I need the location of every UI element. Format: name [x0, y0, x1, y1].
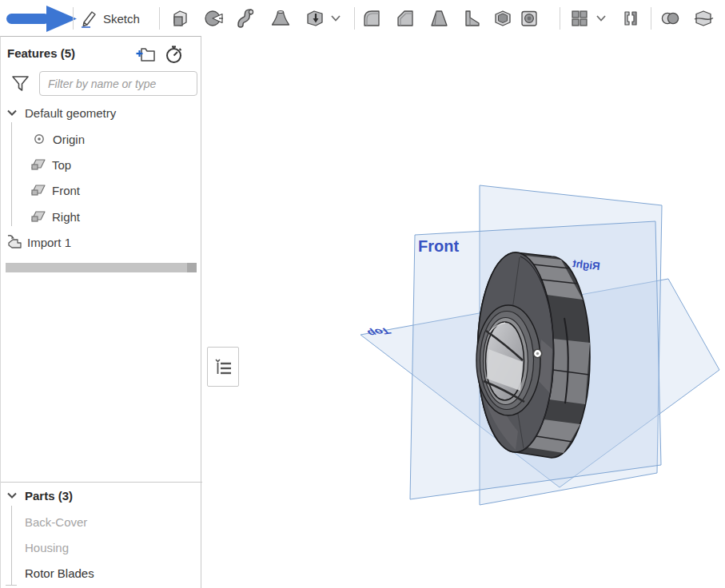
chevron-down-icon[interactable]: [6, 106, 18, 119]
list-icon: [213, 356, 233, 377]
hole-button[interactable]: [519, 8, 540, 29]
features-header: Features (5): [7, 45, 75, 62]
tree-node-origin[interactable]: Origin: [33, 129, 85, 149]
shell-button[interactable]: [492, 8, 513, 29]
sketch-button[interactable]: Sketch: [78, 6, 140, 30]
section-divider: [1, 482, 202, 483]
feature-tree-panel: Features (5) Default geometry Origin Top…: [0, 36, 201, 588]
toolbar-divider: [354, 7, 355, 30]
feature-toolbar: Sketch: [0, 0, 725, 36]
tree-node-label: Import 1: [27, 236, 71, 249]
toolbar-divider: [73, 7, 74, 30]
split-button[interactable]: [693, 8, 714, 29]
extrude-button[interactable]: [169, 8, 190, 29]
toolbar-divider: [159, 7, 160, 30]
plane-icon: [30, 157, 47, 173]
origin-marker[interactable]: [533, 349, 541, 357]
rollback-bar[interactable]: [6, 263, 197, 272]
mirror-button[interactable]: [620, 8, 641, 29]
toolbar-divider: [651, 7, 651, 30]
linear-pattern-button[interactable]: [569, 8, 590, 29]
chevron-down-icon[interactable]: [329, 13, 342, 24]
tree-connector-tick: [6, 585, 17, 586]
tree-node-top-plane[interactable]: Top: [30, 155, 71, 174]
part-item-back-cover[interactable]: Back-Cover: [25, 512, 87, 531]
sweep-button[interactable]: [237, 8, 257, 29]
tree-node-right-plane[interactable]: Right: [30, 207, 80, 226]
tree-node-label: Origin: [53, 133, 85, 146]
import-icon: [6, 233, 23, 251]
boolean-button[interactable]: [659, 8, 680, 29]
sketch-pencil-icon: [78, 9, 98, 29]
stopwatch-icon[interactable]: [164, 44, 185, 68]
plane-icon: [30, 182, 47, 198]
tree-node-label: Top: [52, 158, 71, 172]
front-plane-label: Front: [418, 237, 459, 255]
part-item-rotor-blades[interactable]: Rotor Blades: [25, 563, 94, 582]
tree-node-label: Default geometry: [25, 106, 116, 120]
tree-node-label: Right: [52, 210, 80, 224]
origin-icon: [33, 133, 46, 145]
filter-funnel-icon[interactable]: [11, 74, 30, 96]
annotation-arrow-icon: [5, 5, 78, 34]
add-folder-icon[interactable]: [135, 46, 156, 66]
fillet-button[interactable]: [361, 8, 382, 29]
chevron-down-icon[interactable]: [595, 13, 607, 24]
rollback-handle[interactable]: [187, 263, 197, 272]
chamfer-button[interactable]: [395, 8, 416, 29]
chevron-down-icon[interactable]: [6, 489, 18, 502]
loft-button[interactable]: [270, 8, 291, 29]
tree-node-import[interactable]: Import 1: [6, 232, 71, 252]
filter-input[interactable]: [39, 71, 197, 96]
sketch-label: Sketch: [103, 12, 140, 26]
blade-passage-mid: [549, 339, 590, 404]
tree-connector-line: [11, 506, 12, 585]
toolbar-divider: [560, 7, 560, 30]
tree-node-label: Front: [52, 184, 80, 197]
plane-icon: [30, 209, 47, 224]
tree-connector-line: [11, 122, 12, 226]
tree-node-front-plane[interactable]: Front: [30, 181, 80, 200]
enclose-button[interactable]: [305, 8, 325, 29]
rotor-model[interactable]: [476, 252, 590, 458]
parts-header[interactable]: Parts (3): [6, 486, 73, 505]
part-item-housing[interactable]: Housing: [25, 538, 69, 557]
revolve-button[interactable]: [203, 8, 224, 29]
rib-button[interactable]: [462, 8, 483, 29]
feature-list-flyout-tab[interactable]: [207, 347, 239, 387]
tree-node-default-geometry[interactable]: Default geometry: [6, 103, 116, 122]
draft-button[interactable]: [428, 8, 449, 29]
